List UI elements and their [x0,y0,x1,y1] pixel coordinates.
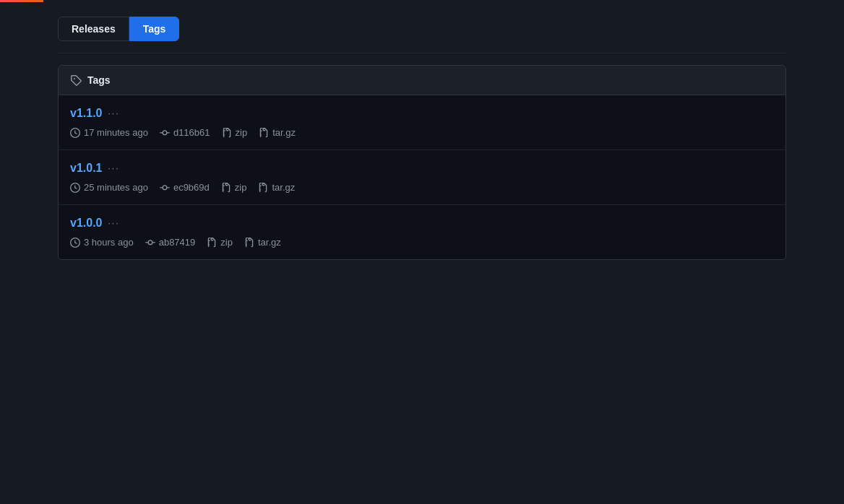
tag-meta-v1-0-1: 25 minutes ago ec9b69d [70,182,774,193]
tag-meta-v1-1-0: 17 minutes ago d116b61 [70,127,774,138]
targz-icon-2 [258,183,268,193]
zip-icon [222,128,232,138]
tags-header-title: Tags [87,74,111,86]
tag-time-v1-0-0: 3 hours ago [70,237,134,248]
tag-meta-v1-0-0: 3 hours ago ab87419 [70,237,774,248]
tag-targz-link-v1-0-0[interactable]: tar.gz [258,237,281,248]
tag-zip-v1-0-0: zip [207,237,233,248]
tag-zip-v1-0-1: zip [221,182,247,193]
commit-icon [160,128,170,138]
tag-row-2: v1.0.1 ··· 25 minutes ago [59,150,785,205]
tag-commit-v1-0-0: ab87419 [145,237,196,248]
tag-targz-v1-0-0: tar.gz [244,237,281,248]
zip-icon-3 [207,238,217,248]
tag-zip-link-v1-1-0[interactable]: zip [236,127,248,138]
tag-commit-hash-v1-1-0[interactable]: d116b61 [173,127,210,138]
tag-name-row: v1.1.0 ··· [70,107,774,120]
tag-options-v1-0-0[interactable]: ··· [108,218,119,228]
tag-name-v1-1-0[interactable]: v1.1.0 [70,107,102,120]
page-container: Releases Tags Tags v1.1.0 ··· [0,2,844,274]
tag-name-row-2: v1.0.1 ··· [70,162,774,175]
commit-icon-3 [145,238,155,248]
tag-commit-hash-v1-0-0[interactable]: ab87419 [159,237,196,248]
tag-time-v1-0-1: 25 minutes ago [70,182,148,193]
tag-commit-v1-0-1: ec9b69d [160,182,210,193]
targz-icon-3 [244,238,254,248]
tag-targz-link-v1-0-1[interactable]: tar.gz [272,182,295,193]
tag-name-v1-0-0[interactable]: v1.0.0 [70,217,102,230]
tag-zip-v1-1-0: zip [222,127,248,138]
tab-tags[interactable]: Tags [129,17,180,41]
tag-name-v1-0-1[interactable]: v1.0.1 [70,162,102,175]
tabs-container: Releases Tags [58,17,786,41]
tags-header: Tags [59,66,785,95]
tag-row-3: v1.0.0 ··· 3 hours ago [59,205,785,259]
tag-commit-v1-1-0: d116b61 [160,127,210,138]
tag-header-icon [70,74,82,86]
tab-releases[interactable]: Releases [58,17,129,41]
tag-targz-v1-1-0: tar.gz [259,127,296,138]
tags-panel: Tags v1.1.0 ··· 17 minutes ago [58,65,786,260]
tag-targz-v1-0-1: tar.gz [258,182,295,193]
clock-icon-3 [70,238,80,248]
tag-row: v1.1.0 ··· 17 minutes ago [59,95,785,150]
zip-icon-2 [221,183,231,193]
tag-options-v1-0-1[interactable]: ··· [108,163,119,173]
tab-divider [58,53,786,53]
tag-commit-hash-v1-0-1[interactable]: ec9b69d [173,182,210,193]
clock-icon [70,128,80,138]
tag-zip-link-v1-0-0[interactable]: zip [220,237,233,248]
tag-time-v1-1-0: 17 minutes ago [70,127,148,138]
tag-targz-link-v1-1-0[interactable]: tar.gz [272,127,296,138]
commit-icon-2 [160,183,170,193]
targz-icon [259,128,269,138]
tag-options-v1-1-0[interactable]: ··· [108,108,119,118]
clock-icon-2 [70,183,80,193]
tag-name-row-3: v1.0.0 ··· [70,217,774,230]
tag-zip-link-v1-0-1[interactable]: zip [235,182,247,193]
